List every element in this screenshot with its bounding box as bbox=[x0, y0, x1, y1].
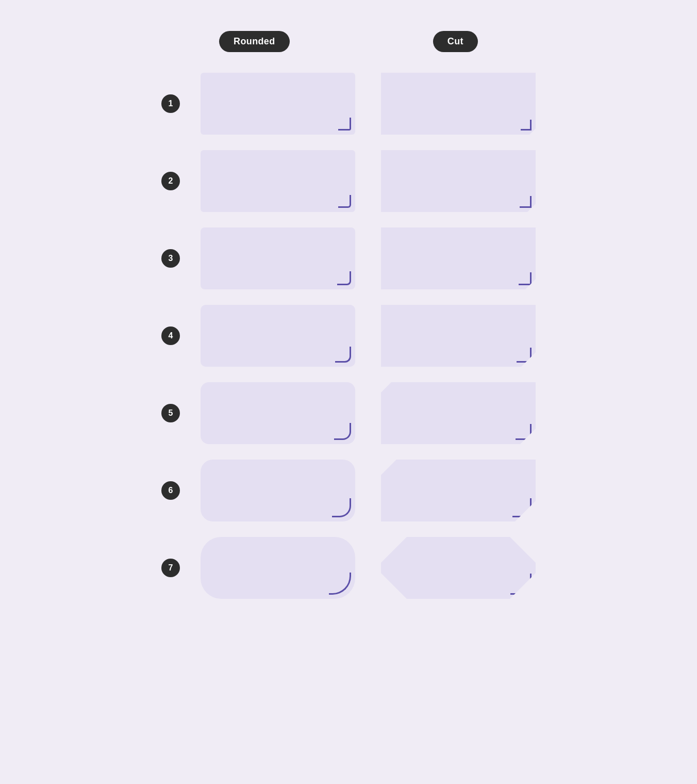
cards-pair-5 bbox=[201, 382, 536, 444]
cards-pair-2 bbox=[201, 150, 536, 212]
cut-card-6 bbox=[381, 460, 536, 521]
rounded-card-4 bbox=[201, 305, 355, 367]
rounded-card-2 bbox=[201, 150, 355, 212]
row-5: 5 bbox=[161, 382, 536, 444]
rounded-card-6 bbox=[201, 460, 355, 521]
row-number-6: 6 bbox=[161, 481, 180, 500]
rounded-card-3 bbox=[201, 227, 355, 289]
cut-card-4 bbox=[381, 305, 536, 367]
cards-pair-4 bbox=[201, 305, 536, 367]
row-number-3: 3 bbox=[161, 249, 180, 268]
row-number-2: 2 bbox=[161, 172, 180, 190]
row-4: 4 bbox=[161, 305, 536, 367]
column-headers: Rounded Cut bbox=[147, 31, 550, 52]
cut-card-7 bbox=[381, 537, 536, 599]
cut-card-3 bbox=[381, 227, 536, 289]
rounded-card-1 bbox=[201, 73, 355, 135]
row-number-5: 5 bbox=[161, 404, 180, 422]
cards-pair-6 bbox=[201, 460, 536, 521]
cards-pair-3 bbox=[201, 227, 536, 289]
cards-pair-1 bbox=[201, 73, 536, 135]
cards-pair-7 bbox=[201, 537, 536, 599]
rounded-card-5 bbox=[201, 382, 355, 444]
row-7: 7 bbox=[161, 537, 536, 599]
row-3: 3 bbox=[161, 227, 536, 289]
rounded-card-7 bbox=[201, 537, 355, 599]
row-number-4: 4 bbox=[161, 326, 180, 345]
rows-container: 1 2 3 4 5 bbox=[161, 73, 536, 599]
cut-card-5 bbox=[381, 382, 536, 444]
row-2: 2 bbox=[161, 150, 536, 212]
row-number-1: 1 bbox=[161, 94, 180, 113]
cut-card-1 bbox=[381, 73, 536, 135]
row-1: 1 bbox=[161, 73, 536, 135]
rounded-badge: Rounded bbox=[219, 31, 290, 52]
row-number-7: 7 bbox=[161, 559, 180, 577]
cut-card-2 bbox=[381, 150, 536, 212]
cut-badge: Cut bbox=[433, 31, 478, 52]
row-6: 6 bbox=[161, 460, 536, 521]
